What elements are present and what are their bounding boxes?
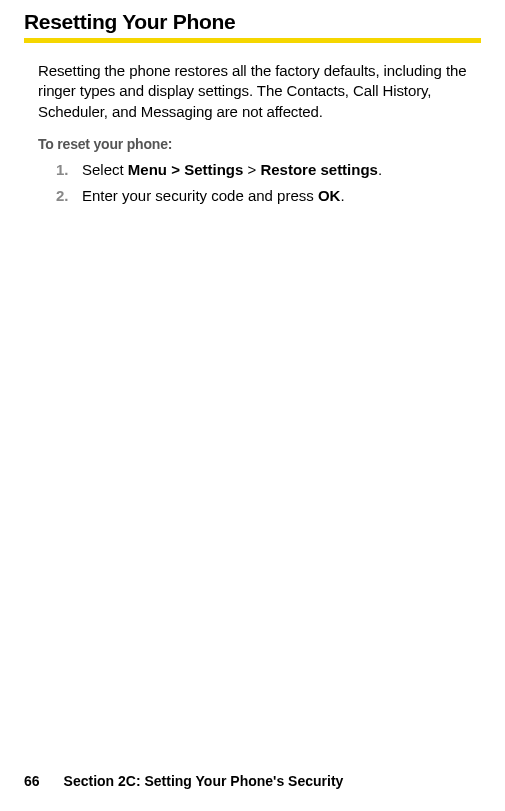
page-heading: Resetting Your Phone [24,10,481,34]
section-label: Section 2C: Setting Your Phone's Securit… [64,773,344,789]
text: Enter your security code and press [82,187,318,204]
heading-underline [24,38,481,43]
button-label: OK [318,187,341,204]
text: Select [82,161,128,178]
text: . [340,187,344,204]
step-1: 1. Select Menu > Settings > Restore sett… [56,160,481,180]
text: . [378,161,382,178]
subheading: To reset your phone: [38,136,481,152]
step-number: 1. [56,160,82,180]
step-text: Select Menu > Settings > Restore setting… [82,160,481,180]
text: > [243,161,260,178]
intro-paragraph: Resetting the phone restores all the fac… [38,61,479,122]
page-number: 66 [24,773,40,789]
step-text: Enter your security code and press OK. [82,186,481,206]
menu-path: Settings [184,161,243,178]
page-footer: 66Section 2C: Setting Your Phone's Secur… [24,773,343,789]
step-2: 2. Enter your security code and press OK… [56,186,481,206]
step-number: 2. [56,186,82,206]
menu-path: Restore settings [260,161,378,178]
menu-path: Menu > [128,161,184,178]
